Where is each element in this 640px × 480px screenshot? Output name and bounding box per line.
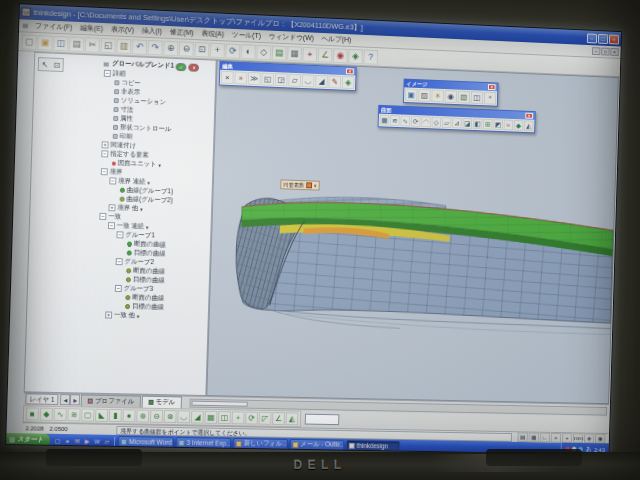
menu-item[interactable]: 挿入(I) xyxy=(138,25,166,38)
window-control-button[interactable]: – xyxy=(587,33,597,43)
on-canvas-option-chip[interactable]: 同要素数 ▾ xyxy=(280,179,319,190)
modeling-tool-button[interactable]: ◫ xyxy=(218,411,231,424)
toolbar-button[interactable]: ⟳ xyxy=(225,43,240,58)
modeling-tool-button[interactable]: + xyxy=(232,411,245,424)
doc-window-control-button[interactable]: × xyxy=(610,48,618,56)
image-tool-button[interactable]: ▨ xyxy=(418,89,431,102)
modeling-tool-button[interactable]: ⟳ xyxy=(245,411,258,424)
taskbar-task-button[interactable]: メール - Outlo… xyxy=(290,439,345,451)
surface-tool-button[interactable]: ⊿ xyxy=(452,118,462,129)
modeling-tool-button[interactable]: ◢ xyxy=(191,410,204,423)
toolbar-button[interactable]: ◐ xyxy=(241,44,256,59)
surface-tool-button[interactable]: ◩ xyxy=(493,119,503,130)
edit-tool-button[interactable]: ◱ xyxy=(261,73,274,86)
image-tool-button[interactable]: ◫ xyxy=(471,91,484,104)
close-icon[interactable]: × xyxy=(346,68,354,74)
quick-launch-icon[interactable]: ✉ xyxy=(73,436,82,446)
image-tool-button[interactable]: ▣ xyxy=(405,88,418,101)
modeling-tool-button[interactable]: ● xyxy=(123,409,136,422)
taskbar-task-button[interactable]: 新しいフォル… xyxy=(233,438,288,450)
edit-tool-button[interactable]: × xyxy=(234,71,247,84)
menu-item[interactable]: ヘルプ(H) xyxy=(317,33,355,46)
chevron-down-icon[interactable]: ▾ xyxy=(137,313,140,319)
menu-item[interactable]: ウィンドウ(W) xyxy=(265,30,318,44)
tree-expander[interactable]: − xyxy=(108,222,115,229)
status-toggle-icon[interactable]: + xyxy=(562,433,572,443)
tree-expander[interactable]: − xyxy=(104,70,111,77)
modeling-tool-button[interactable]: ▮ xyxy=(109,408,122,421)
toolbar-button[interactable]: ◱ xyxy=(101,37,116,53)
taskbar-task-button[interactable]: Microsoft Word… xyxy=(118,436,174,448)
tree-expander[interactable]: + xyxy=(105,311,112,318)
toolbar-button[interactable]: + xyxy=(210,42,225,57)
tree-expander[interactable]: − xyxy=(109,177,116,184)
toolbar-button[interactable]: ⊕ xyxy=(163,40,178,55)
status-toggle-icon[interactable]: mm xyxy=(573,433,583,443)
tree-expander[interactable]: − xyxy=(99,213,106,220)
status-toggle-icon[interactable]: ◉ xyxy=(595,434,605,444)
menu-item[interactable]: 表現(A) xyxy=(197,27,228,40)
surface-tool-button[interactable]: ⊞ xyxy=(483,119,493,130)
menu-item[interactable]: ツール(T) xyxy=(228,29,265,42)
edit-tool-button[interactable]: ◈ xyxy=(342,76,355,89)
toolbar-button[interactable]: ▤ xyxy=(272,45,287,60)
chevron-down-icon[interactable]: ▾ xyxy=(314,183,317,189)
quick-launch-icon[interactable]: ▱ xyxy=(102,436,111,446)
image-tool-button[interactable]: ▧ xyxy=(458,91,471,104)
modeling-tool-button[interactable]: ▢ xyxy=(81,408,94,421)
toolbar-button[interactable]: ▤ xyxy=(69,36,84,52)
toolbar-button[interactable]: ◉ xyxy=(333,48,348,63)
modeling-tool-button[interactable]: ◣ xyxy=(95,408,108,421)
tree-expander[interactable]: − xyxy=(101,150,108,157)
quick-launch-icon[interactable]: W xyxy=(93,436,102,446)
surface-tool-button[interactable]: ⟳ xyxy=(411,116,421,127)
toolbar-button[interactable]: ◫ xyxy=(53,35,68,51)
coordinate-input[interactable] xyxy=(305,413,340,424)
menu-item[interactable]: 編集(E) xyxy=(76,22,107,35)
doc-window-control-button[interactable]: – xyxy=(592,47,601,55)
toolbar-button[interactable]: ▦ xyxy=(287,46,302,61)
image-tool-button[interactable]: ☀ xyxy=(431,89,444,102)
selection-tool-icon[interactable]: ⊡ xyxy=(51,59,63,71)
edit-tool-button[interactable]: × xyxy=(221,71,234,84)
modeling-tool-button[interactable]: ⊕ xyxy=(136,409,149,422)
modeling-tool-button[interactable]: ∠ xyxy=(272,412,285,425)
modeling-tool-button[interactable]: ◭ xyxy=(286,412,299,425)
edit-tool-button[interactable]: ▱ xyxy=(288,74,301,87)
toolbar-button[interactable]: ◈ xyxy=(348,48,363,63)
modeling-tool-button[interactable]: ◸ xyxy=(259,411,272,424)
tree-expander[interactable]: + xyxy=(102,141,109,148)
tree-expander[interactable]: − xyxy=(116,258,123,265)
edit-tool-button[interactable]: ✎ xyxy=(328,75,341,88)
surface-tool-button[interactable]: ≈ xyxy=(504,120,514,131)
cancel-button[interactable]: × xyxy=(188,63,199,71)
start-button[interactable]: ⊞ スタート xyxy=(6,433,50,447)
chevron-down-icon[interactable]: ▾ xyxy=(158,162,161,168)
quick-launch-icon[interactable]: e xyxy=(63,435,72,445)
layer-indicator[interactable]: レイヤ 1 xyxy=(25,393,58,405)
toolbar-button[interactable]: ∠ xyxy=(318,47,333,62)
modeling-tool-button[interactable]: ⊖ xyxy=(150,409,163,422)
edit-tool-button[interactable]: ≫ xyxy=(248,72,261,85)
surface-tool-button[interactable]: ▦ xyxy=(380,115,390,126)
status-toggle-icon[interactable]: ∟ xyxy=(540,433,550,443)
surface-tool-button[interactable]: ≋ xyxy=(390,115,400,126)
toolbar-button[interactable]: ⌖ xyxy=(302,46,317,61)
close-icon[interactable]: × xyxy=(488,84,496,90)
toolbar-button[interactable]: ↷ xyxy=(148,39,163,54)
status-toggle-icon[interactable]: ▦ xyxy=(529,432,539,442)
image-tool-button[interactable]: ◉ xyxy=(444,90,457,103)
toolbar-button[interactable]: ▥ xyxy=(116,38,131,54)
scrollbar-thumb[interactable] xyxy=(192,401,248,407)
modeling-tool-button[interactable]: ≋ xyxy=(67,408,80,421)
status-toggle-icon[interactable]: ⌖ xyxy=(551,433,561,443)
modeling-tool-button[interactable]: ▦ xyxy=(204,410,217,423)
chevron-down-icon[interactable]: ▾ xyxy=(147,179,150,185)
surface-tool-button[interactable]: ◪ xyxy=(462,118,472,129)
doc-window-control-button[interactable]: □ xyxy=(601,48,609,56)
window-control-button[interactable]: □ xyxy=(598,33,608,43)
menu-item[interactable]: 表示(V) xyxy=(107,23,138,36)
toolbar-button[interactable]: ↶ xyxy=(132,39,147,55)
toolbar-button[interactable]: ? xyxy=(363,49,378,64)
quick-launch-icon[interactable]: ▶ xyxy=(83,436,92,446)
